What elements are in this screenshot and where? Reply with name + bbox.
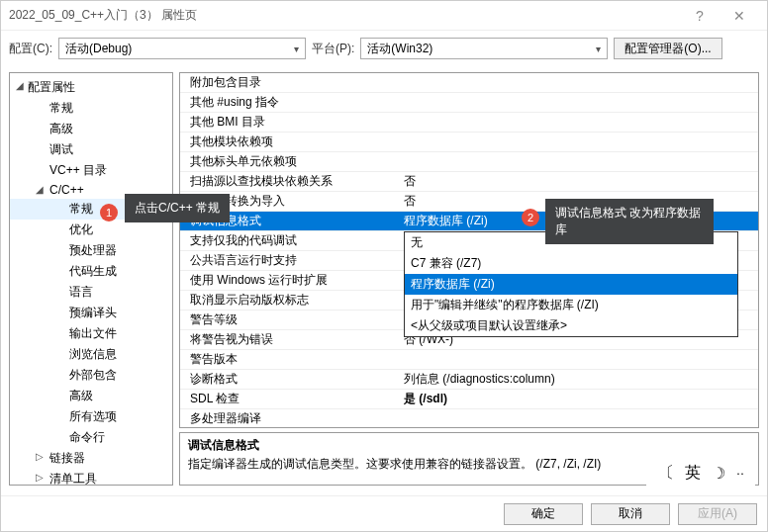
config-combo[interactable]: 活动(Debug) ▾ — [58, 38, 306, 59]
ime-lang: 英 — [685, 463, 701, 484]
chevron-down-icon: ▾ — [596, 44, 601, 54]
cancel-button[interactable]: 取消 — [591, 503, 670, 525]
dropdown-option[interactable]: 程序数据库 (/Zi) — [405, 274, 737, 295]
property-row[interactable]: 多处理器编译 — [180, 409, 758, 428]
property-row[interactable]: 其他模块依赖项 — [180, 133, 758, 152]
property-row[interactable]: 其他 BMI 目录 — [180, 113, 758, 133]
annotation-badge-1: 1 — [100, 204, 118, 222]
moon-icon: ☽ — [712, 464, 725, 483]
tree-root[interactable]: ◢配置属性 — [10, 77, 172, 98]
tree-item[interactable]: 外部包含 — [10, 365, 172, 386]
property-row[interactable]: 扫描源以查找模块依赖关系否 — [180, 172, 758, 192]
tree-item[interactable]: 预编译头 — [10, 303, 172, 323]
tree-item[interactable]: VC++ 目录 — [10, 160, 172, 181]
ime-indicator[interactable]: 〔 英 ☽ ⸱⸱ — [646, 456, 755, 489]
property-row[interactable]: 其他标头单元依赖项 — [180, 152, 758, 172]
dropdown-option[interactable]: 用于"编辑并继续"的程序数据库 (/ZI) — [405, 295, 737, 315]
titlebar: 2022_05_09_C++入门（3） 属性页 ? ✕ — [1, 1, 767, 31]
debug-format-dropdown[interactable]: 无C7 兼容 (/Z7)程序数据库 (/Zi)用于"编辑并继续"的程序数据库 (… — [404, 231, 738, 337]
window-title: 2022_05_09_C++入门（3） 属性页 — [9, 7, 680, 24]
annotation-badge-2: 2 — [522, 209, 539, 226]
dropdown-option[interactable]: <从父级或项目默认设置继承> — [405, 315, 737, 336]
tree-view[interactable]: ◢配置属性 常规高级调试VC++ 目录 ◢C/C++ 常规优化预处理器代码生成语… — [9, 72, 173, 486]
apply-button[interactable]: 应用(A) — [678, 503, 757, 525]
chevron-down-icon: ▾ — [294, 44, 299, 54]
property-grid[interactable]: 附加包含目录其他 #using 指令其他 BMI 目录其他模块依赖项其他标头单元… — [179, 72, 759, 428]
ime-dots: ⸱⸱ — [736, 464, 744, 482]
config-label: 配置(C): — [9, 41, 52, 57]
dropdown-option[interactable]: C7 兼容 (/Z7) — [405, 253, 737, 274]
close-icon[interactable]: ✕ — [720, 8, 759, 24]
tree-item[interactable]: 优化 — [10, 220, 172, 240]
tree-item[interactable]: 命令行 — [10, 427, 172, 448]
config-manager-button[interactable]: 配置管理器(O)... — [614, 38, 721, 59]
tree-item[interactable]: ▷链接器 — [10, 448, 172, 469]
platform-combo[interactable]: 活动(Win32) ▾ — [360, 38, 608, 59]
tree-item[interactable]: ▷清单工具 — [10, 469, 172, 486]
tree-item[interactable]: 输出文件 — [10, 323, 172, 344]
dialog-footer: 确定 取消 应用(A) — [1, 495, 767, 531]
tree-item[interactable]: 预处理器 — [10, 240, 172, 261]
annotation-callout-2: 调试信息格式 改为程序数据库 — [545, 199, 714, 244]
tree-item[interactable]: 浏览信息 — [10, 344, 172, 365]
ime-divider: 〔 — [658, 463, 674, 484]
annotation-callout-1: 点击C/C++ 常规 — [125, 194, 230, 222]
desc-title: 调试信息格式 — [188, 437, 750, 454]
tree-item[interactable]: 高级 — [10, 386, 172, 406]
property-row[interactable]: 警告版本 — [180, 350, 758, 370]
property-row[interactable]: 其他 #using 指令 — [180, 93, 758, 113]
ok-button[interactable]: 确定 — [504, 503, 583, 525]
tree-item[interactable]: 语言 — [10, 282, 172, 303]
tree-item[interactable]: 代码生成 — [10, 261, 172, 282]
tree-item[interactable]: 高级 — [10, 119, 172, 139]
tree-item[interactable]: 常规 — [10, 98, 172, 119]
toolbar: 配置(C): 活动(Debug) ▾ 平台(P): 活动(Win32) ▾ 配置… — [1, 31, 767, 66]
platform-label: 平台(P): — [312, 41, 354, 57]
tree-item[interactable]: 所有选项 — [10, 406, 172, 427]
property-row[interactable]: 诊断格式列信息 (/diagnostics:column) — [180, 370, 758, 390]
help-icon[interactable]: ? — [680, 8, 720, 24]
property-row[interactable]: SDL 检查是 (/sdl) — [180, 390, 758, 409]
tree-item[interactable]: 调试 — [10, 139, 172, 160]
property-row[interactable]: 附加包含目录 — [180, 73, 758, 93]
